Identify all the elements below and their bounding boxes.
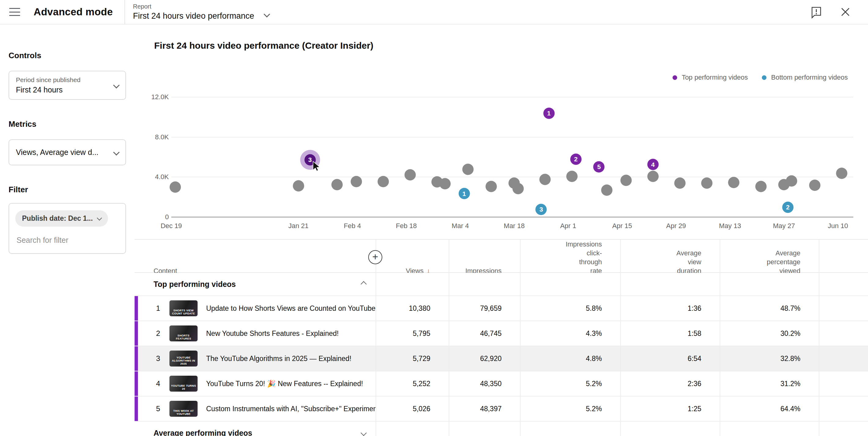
add-metric-button[interactable]: + — [368, 250, 382, 264]
chart-point[interactable] — [331, 179, 343, 191]
impressions-cell: 62,920 — [449, 346, 520, 371]
views-cell: 5,252 — [376, 371, 449, 396]
thumbnail-text: THIS WEEK AT YOUTUBE — [169, 409, 197, 417]
video-title[interactable]: Update to How Shorts Views are Counted o… — [206, 304, 376, 313]
chart-point[interactable] — [728, 177, 740, 188]
chart-point[interactable] — [755, 181, 767, 192]
section-header-top-performing-videos[interactable]: Top performing videos — [134, 273, 868, 296]
video-thumbnail: THIS WEEK AT YOUTUBE — [169, 401, 197, 417]
chart-point[interactable] — [701, 177, 713, 188]
x-axis-tick-label: Jan 21 — [288, 222, 309, 230]
thumbnail-text: SHORTS VIEW COUNT UPDATE — [169, 309, 197, 316]
table-row[interactable]: 1SHORTS VIEW COUNT UPDATEUpdate to How S… — [134, 296, 868, 321]
row-rank: 5 — [149, 404, 167, 413]
close-icon — [839, 6, 851, 18]
ctr-cell: 5.2% — [520, 371, 620, 396]
controls-heading: Controls — [8, 51, 126, 60]
chart-point-top-2[interactable]: 2 — [570, 153, 582, 165]
controls-sidebar: Controls Period since published First 24… — [0, 25, 134, 436]
ctr-cell: 4.3% — [520, 321, 620, 346]
chart-point-top-1[interactable]: 1 — [543, 108, 555, 119]
avg-view-duration-cell: 1:58 — [620, 321, 720, 346]
chart-point-bottom-3[interactable]: 3 — [535, 204, 547, 215]
table-body: Top performing videos1SHORTS VIEW COUNT … — [134, 273, 868, 436]
chart-point[interactable] — [601, 185, 612, 196]
chart-point[interactable] — [539, 174, 551, 185]
report-label: Report — [133, 3, 254, 10]
chart-point[interactable] — [809, 180, 820, 191]
chart-point-bottom-1[interactable]: 1 — [459, 188, 470, 199]
table-row[interactable]: 3YOUTUBE ALGORITHMS IN 2025The YouTube A… — [134, 346, 868, 371]
chart-point-top-3[interactable]: 3 — [304, 154, 316, 165]
video-title[interactable]: The YouTube Algorithms in 2025 — Explain… — [206, 354, 351, 363]
chart-point[interactable] — [647, 171, 658, 182]
period-select-label: Period since published — [16, 76, 114, 84]
x-axis-tick-label: Mar 18 — [504, 222, 525, 230]
avg-view-duration-cell: 1:36 — [620, 296, 720, 321]
chart-point[interactable] — [836, 168, 847, 179]
chart-point[interactable] — [620, 175, 631, 186]
avg-pct-viewed-cell: 30.2% — [720, 321, 819, 346]
feedback-button[interactable] — [809, 5, 823, 19]
row-rank-bar — [134, 397, 138, 421]
video-title[interactable]: YouTube Turns 20! 🎉 New Features -- Expl… — [206, 380, 363, 388]
chart-point[interactable] — [405, 169, 416, 181]
table-row[interactable]: 4YOUTUBE TURNS 20YouTube Turns 20! 🎉 New… — [134, 371, 868, 397]
y-axis-tick-label: 8.0K — [155, 133, 169, 141]
chart-point[interactable] — [786, 175, 797, 186]
avg-view-duration-cell: 1:25 — [620, 397, 720, 421]
video-thumbnail: YOUTUBE TURNS 20 — [169, 376, 197, 391]
chevron-down-icon — [361, 430, 367, 436]
filter-box: Publish date: Dec 1... — [8, 203, 126, 254]
chart-point[interactable] — [485, 181, 497, 192]
chart-point[interactable] — [462, 164, 474, 175]
report-selector[interactable]: Report First 24 hours video performance — [133, 3, 269, 21]
legend-item[interactable]: Top performing videos — [673, 74, 748, 82]
x-axis-tick-label: Mar 4 — [452, 222, 469, 230]
chart-point-top-5[interactable]: 5 — [593, 161, 604, 172]
impressions-cell: 46,745 — [449, 321, 520, 346]
gridline — [171, 137, 853, 138]
chart-point-bottom-2[interactable]: 2 — [782, 201, 794, 213]
chart-point[interactable] — [439, 178, 451, 189]
chart-point-top-4[interactable]: 4 — [647, 159, 658, 170]
chart-point[interactable] — [674, 177, 686, 188]
publish-date-filter-chip[interactable]: Publish date: Dec 1... — [15, 210, 108, 227]
gridline — [171, 177, 853, 177]
chevron-down-icon — [97, 215, 102, 221]
impressions-cell: 79,659 — [449, 296, 520, 321]
chart-point[interactable] — [169, 181, 181, 193]
close-button[interactable] — [839, 6, 851, 18]
metrics-heading: Metrics — [8, 119, 126, 129]
chart-point[interactable] — [512, 183, 524, 194]
period-since-published-select[interactable]: Period since published First 24 hours — [8, 71, 126, 100]
row-rank-bar — [134, 371, 138, 396]
x-axis-tick-label: Jun 10 — [828, 222, 848, 230]
legend-dot-icon — [762, 75, 767, 80]
views-cell: 5,729 — [376, 346, 449, 371]
filter-search-input[interactable] — [15, 236, 119, 250]
chart-point[interactable] — [350, 176, 362, 187]
thumbnail-text: YOUTUBE ALGORITHMS IN 2025 — [169, 356, 197, 367]
legend-label: Top performing videos — [682, 74, 748, 82]
ctr-cell: 4.8% — [520, 346, 620, 371]
views-cell: 5,026 — [376, 397, 449, 421]
avg-view-duration-cell: 6:54 — [620, 346, 720, 371]
legend-item[interactable]: Bottom performing videos — [762, 74, 848, 82]
chevron-down-icon — [113, 82, 120, 88]
table-row[interactable]: 2SHORTS FEATURESNew Youtube Shorts Featu… — [134, 321, 868, 346]
legend-dot-icon — [673, 75, 677, 80]
views-cell: 5,795 — [376, 321, 449, 346]
chevron-down-icon — [113, 149, 120, 155]
metrics-select[interactable]: Views, Average view d... — [8, 139, 126, 165]
hamburger-menu-icon[interactable] — [9, 8, 20, 16]
chart-point[interactable] — [377, 176, 389, 187]
video-title[interactable]: New Youtube Shorts Features - Explained! — [206, 329, 339, 338]
table-row[interactable]: 5THIS WEEK AT YOUTUBECustom Instrumental… — [134, 397, 868, 422]
impressions-cell: 48,397 — [449, 397, 520, 421]
chart-point[interactable] — [293, 180, 304, 192]
section-header-average-performing-videos[interactable]: Average performing videos — [134, 422, 868, 436]
app-title: Advanced mode — [34, 6, 113, 18]
video-title[interactable]: Custom Instrumentals with AI, "Subscribe… — [206, 405, 376, 413]
chart-point[interactable] — [566, 171, 578, 182]
